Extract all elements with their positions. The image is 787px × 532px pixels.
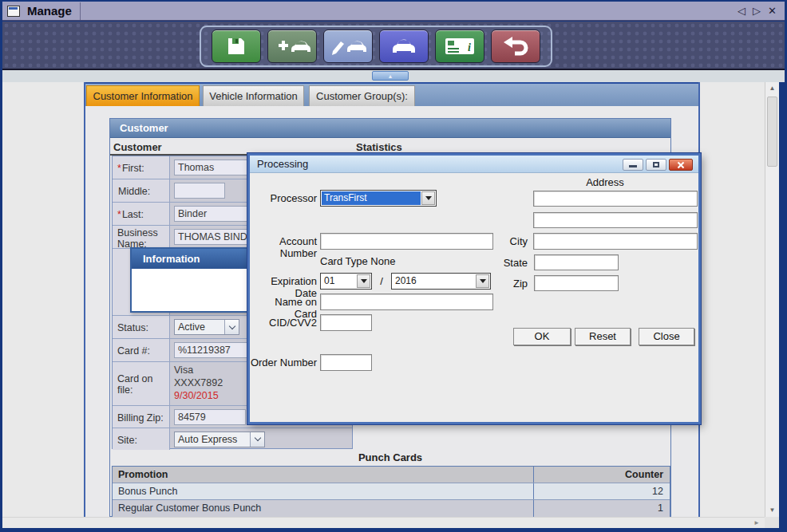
cid-cvv2-label: CID/CVV2	[250, 317, 317, 329]
account-number-input[interactable]	[320, 233, 493, 250]
tab-customer-groups[interactable]: Customer Group(s):	[309, 85, 415, 106]
vehicle-button[interactable]	[379, 30, 429, 63]
collapse-arrow-icon: ▲	[388, 73, 394, 79]
processor-label: Processor	[255, 192, 317, 204]
floppy-disk-icon	[226, 36, 247, 57]
punch-cards-title: Punch Cards	[110, 451, 670, 463]
zip-label: Zip	[486, 278, 528, 290]
info-card-icon: i	[444, 36, 476, 57]
zip-input[interactable]	[534, 275, 619, 291]
statistics-column-label: Statistics	[356, 141, 402, 153]
scroll-up-icon[interactable]: ▲	[765, 82, 779, 95]
ok-button[interactable]: OK	[513, 328, 571, 345]
tab-vehicle-information[interactable]: Vehicle Information	[203, 85, 304, 106]
contact-card-info-button[interactable]: i	[435, 30, 484, 63]
card-on-file-value: Visa XXXX7892 9/30/2015	[174, 362, 223, 402]
scrollbar-corner	[765, 517, 779, 528]
expiration-month-select[interactable]: 01	[320, 273, 372, 290]
punch-cards-header-row: Promotion Counter	[113, 467, 670, 483]
processing-dialog: Processing Processor TransFirst Address …	[247, 153, 701, 424]
close-dialog-button[interactable]: Close	[639, 328, 694, 345]
collapse-strip: ▲	[2, 70, 785, 82]
chevron-down-icon[interactable]	[250, 432, 264, 447]
form-row-site: Site: Auto Express	[113, 428, 352, 450]
state-label: State	[486, 257, 528, 269]
toolbar-button-group: i	[200, 26, 552, 67]
car-icon	[390, 36, 417, 57]
close-button[interactable]	[669, 159, 693, 171]
order-number-input[interactable]	[320, 354, 372, 371]
punch-cards-table: Promotion Counter Bonus Punch 12 Regular…	[112, 466, 670, 518]
customer-column-label: Customer	[113, 141, 162, 153]
save-button[interactable]	[212, 30, 261, 63]
address-line1-input[interactable]	[533, 191, 698, 207]
middle-name-input[interactable]	[174, 183, 225, 199]
vertical-scroll-thumb[interactable]	[767, 97, 777, 167]
address-label: Address	[553, 176, 657, 188]
table-row[interactable]: Bonus Punch 12	[113, 483, 670, 500]
maximize-button[interactable]	[646, 159, 666, 171]
window-close-icon[interactable]: ✕	[768, 3, 777, 19]
nav-forward-icon[interactable]: ▷	[753, 3, 761, 19]
tab-strip: Customer Information Vehicle Information…	[85, 82, 698, 106]
edit-vehicle-button[interactable]	[323, 30, 373, 63]
city-label: City	[489, 235, 528, 247]
scroll-down-icon[interactable]: ▼	[765, 504, 779, 517]
cid-cvv2-input[interactable]	[320, 314, 372, 331]
toolbar: i	[2, 22, 785, 70]
card-expiry-date: 9/30/2015	[174, 389, 223, 402]
site-select[interactable]: Auto Express	[174, 432, 265, 447]
account-number-label: Account Number	[250, 235, 317, 259]
manage-window: Manage ◁ ▷ ✕	[0, 0, 787, 532]
collapse-toolbar-button[interactable]: ▲	[372, 71, 409, 81]
back-button[interactable]	[491, 30, 540, 63]
expiration-year-select[interactable]: 2016	[391, 273, 491, 290]
order-number-label: Order Number	[250, 357, 317, 368]
minimize-button[interactable]	[623, 159, 643, 171]
card-number-input[interactable]: %11219387	[174, 342, 252, 358]
status-select[interactable]: Active	[174, 319, 239, 335]
title-bar[interactable]: Manage ◁ ▷ ✕	[2, 2, 785, 21]
dropdown-arrow-icon[interactable]	[357, 274, 370, 288]
plus-car-icon	[274, 37, 310, 56]
expiration-separator: /	[376, 275, 387, 287]
city-input[interactable]	[533, 233, 698, 250]
state-input[interactable]	[534, 254, 619, 270]
pencil-car-icon	[330, 37, 366, 56]
nav-back-icon[interactable]: ◁	[738, 3, 745, 19]
horizontal-scrollbar[interactable]: ►	[2, 517, 765, 528]
billing-zip-input[interactable]: 84579	[174, 409, 246, 425]
table-row[interactable]: Regular Customer Bonus Punch 1	[113, 500, 670, 517]
reset-button[interactable]: Reset	[575, 328, 631, 345]
svg-text:i: i	[468, 41, 471, 53]
name-on-card-input[interactable]	[320, 294, 493, 310]
tab-customer-information[interactable]: Customer Information	[86, 85, 200, 106]
undo-arrow-icon	[501, 36, 530, 57]
minimize-icon	[629, 165, 637, 167]
window-title: Manage	[27, 4, 72, 18]
maximize-icon	[653, 162, 659, 167]
title-divider	[80, 2, 81, 20]
app-icon	[7, 6, 20, 17]
dropdown-arrow-icon[interactable]	[421, 191, 435, 205]
address-line2-input[interactable]	[533, 212, 698, 228]
add-vehicle-button[interactable]	[267, 30, 317, 63]
processor-select[interactable]: TransFirst	[320, 190, 437, 207]
card-type-label: Card Type None	[320, 255, 448, 267]
chevron-down-icon[interactable]	[224, 320, 239, 334]
scroll-right-icon[interactable]: ►	[753, 518, 760, 529]
customer-section-header: Customer	[110, 119, 670, 138]
vertical-scrollbar[interactable]: ▲ ▼	[765, 82, 779, 517]
